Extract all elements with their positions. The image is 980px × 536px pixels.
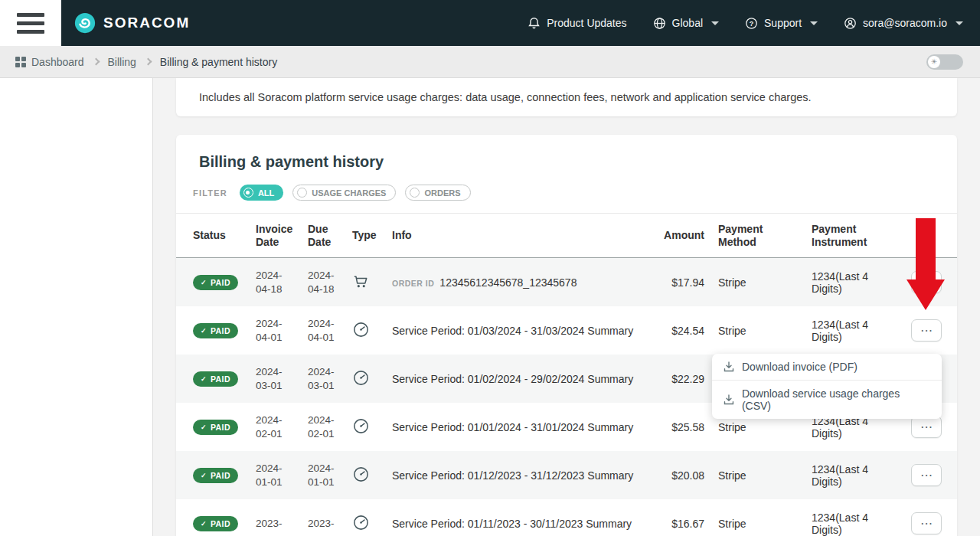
- status-badge: ✓PAID: [193, 468, 238, 483]
- col-payment-instrument: Payment Instrument: [798, 223, 896, 249]
- table-header: Status Invoice Date Due Date Type Info A…: [176, 214, 957, 258]
- chevron-down-icon: [711, 21, 719, 25]
- download-icon: [723, 361, 735, 373]
- status-badge: ✓PAID: [193, 420, 238, 435]
- ellipsis-icon: ⋯: [920, 517, 933, 530]
- breadcrumb-billing[interactable]: Billing: [108, 56, 136, 68]
- row-actions-menu: Download invoice (PDF) Download service …: [712, 354, 942, 419]
- due-date: 2024-03-01: [308, 365, 352, 393]
- check-icon: ✓: [201, 472, 207, 479]
- payment-instrument: 1234(Last 4 Digits): [798, 270, 896, 295]
- svg-text:?: ?: [750, 19, 754, 27]
- status-badge: ✓PAID: [193, 516, 238, 531]
- row-actions-button[interactable]: ⋯: [911, 464, 942, 486]
- gauge-icon: [352, 514, 392, 534]
- usage-charges-description: Includes all Soracom platform service us…: [199, 91, 812, 103]
- gauge-icon: [352, 369, 392, 389]
- billing-history-card: Billing & payment history FILTER ALL USA…: [176, 135, 957, 536]
- table-row: ✓PAID 2024-01-01 2024-01-01 Service Peri…: [176, 451, 957, 499]
- chevron-down-icon: [956, 21, 963, 25]
- sidebar: [0, 78, 153, 536]
- account-menu[interactable]: sora@soracom.io: [844, 17, 963, 30]
- hamburger-icon: [17, 13, 44, 17]
- usage-charges-card: Includes all Soracom platform service us…: [176, 78, 957, 116]
- amount: $22.29: [634, 373, 704, 385]
- amount: $16.67: [634, 518, 704, 530]
- radio-icon: [297, 188, 307, 198]
- dark-mode-toggle[interactable]: ☀: [926, 54, 963, 70]
- due-date: 2024-04-01: [308, 317, 352, 345]
- globe-icon: [653, 17, 666, 30]
- row-info: Service Period: 01/01/2024 - 31/01/2024 …: [392, 421, 634, 433]
- due-date: 2024-02-01: [308, 413, 352, 441]
- annotation-arrow: [906, 279, 945, 310]
- filter-option-all[interactable]: ALL: [240, 185, 283, 201]
- invoice-date: 2024-02-01: [256, 413, 308, 441]
- payment-instrument: 1234(Last 4 Digits): [798, 463, 896, 488]
- support-menu[interactable]: ? Support: [745, 17, 818, 30]
- col-info: Info: [392, 229, 634, 242]
- filter-option-orders[interactable]: ORDERS: [405, 185, 470, 201]
- page-title: Billing & payment history: [176, 135, 957, 180]
- col-payment-method: Payment Method: [704, 223, 798, 249]
- ellipsis-icon: ⋯: [920, 420, 933, 433]
- payment-method: Stripe: [704, 469, 798, 482]
- row-actions-button[interactable]: ⋯: [911, 319, 942, 342]
- invoice-date: 2024-04-18: [256, 269, 308, 296]
- soracom-logo[interactable]: SORACOM: [74, 11, 190, 34]
- dashboard-grid-icon: [15, 57, 26, 67]
- chevron-right-icon: [144, 58, 152, 66]
- breadcrumb-dashboard[interactable]: Dashboard: [15, 56, 84, 68]
- gauge-icon: [352, 321, 392, 341]
- payment-method: Stripe: [704, 421, 798, 433]
- check-icon: ✓: [201, 375, 207, 383]
- filter-option-usage-charges[interactable]: USAGE CHARGES: [292, 185, 396, 201]
- gauge-icon: [352, 466, 392, 485]
- row-info: Service Period: 01/02/2024 - 29/02/2024 …: [392, 373, 634, 385]
- soracom-logo-icon: [74, 11, 96, 34]
- product-updates-button[interactable]: Product Updates: [528, 17, 626, 30]
- filter-row: FILTER ALL USAGE CHARGES ORDERS: [176, 180, 957, 214]
- menu-toggle-button[interactable]: [0, 0, 61, 46]
- annotation-arrow: [916, 218, 936, 280]
- support-label: Support: [764, 17, 802, 29]
- status-badge: ✓PAID: [193, 323, 238, 338]
- col-status: Status: [193, 229, 256, 242]
- breadcrumb-label: Dashboard: [31, 56, 84, 68]
- payment-instrument: 1234(Last 4 Digits): [798, 511, 896, 536]
- invoice-date: 2024-01-01: [256, 462, 308, 489]
- status-badge: ✓PAID: [193, 371, 238, 387]
- table-row: ✓PAID 2024-04-01 2024-04-01 Service Peri…: [176, 306, 957, 355]
- invoice-date: 2023-: [256, 517, 308, 531]
- col-invoice-date: Invoice Date: [256, 223, 308, 249]
- filter-label: FILTER: [193, 188, 227, 198]
- gauge-icon: [352, 417, 392, 437]
- amount: $25.58: [634, 421, 704, 433]
- check-icon: ✓: [201, 520, 207, 528]
- row-info: Service Period: 01/11/2023 - 30/11/2023 …: [392, 518, 634, 530]
- payment-method: Stripe: [704, 276, 798, 289]
- due-date: 2024-01-01: [308, 462, 352, 489]
- amount: $24.54: [634, 325, 704, 337]
- question-icon: ?: [745, 17, 758, 30]
- status-badge: ✓PAID: [193, 275, 238, 290]
- payment-method: Stripe: [704, 518, 798, 530]
- global-menu[interactable]: Global: [653, 17, 719, 30]
- ellipsis-icon: ⋯: [920, 469, 933, 482]
- chevron-down-icon: [810, 21, 818, 25]
- row-info: Service Period: 01/03/2024 - 31/03/2024 …: [392, 325, 634, 337]
- check-icon: ✓: [201, 279, 207, 286]
- row-actions-button[interactable]: ⋯: [911, 512, 942, 534]
- due-date: 2023-: [308, 517, 352, 531]
- row-actions-button[interactable]: ⋯: [911, 416, 942, 438]
- row-info: Service Period: 01/12/2023 - 31/12/2023 …: [392, 469, 634, 482]
- invoice-date: 2024-03-01: [256, 365, 308, 393]
- invoice-date: 2024-04-01: [256, 317, 308, 345]
- breadcrumb-label: Billing & payment history: [160, 56, 277, 68]
- download-invoice-pdf[interactable]: Download invoice (PDF): [712, 354, 942, 380]
- download-usage-csv[interactable]: Download service usage charges (CSV): [712, 380, 942, 419]
- product-updates-label: Product Updates: [547, 17, 626, 29]
- radio-icon: [243, 188, 253, 198]
- user-icon: [844, 17, 857, 30]
- breadcrumb-label: Billing: [108, 56, 136, 68]
